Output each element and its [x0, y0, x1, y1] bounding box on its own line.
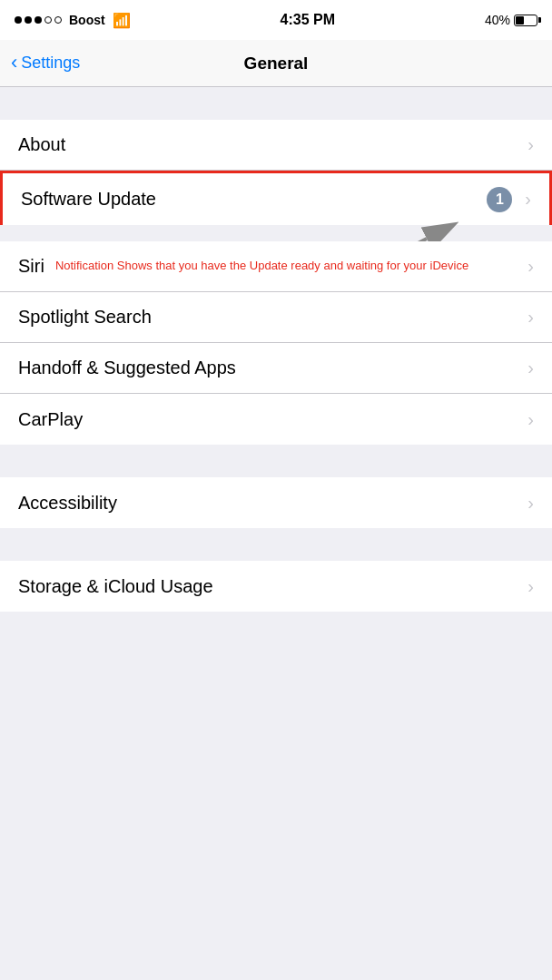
dot5	[54, 16, 62, 24]
status-right: 40%	[485, 13, 537, 27]
status-bar: Boost 📶 4:35 PM 40%	[0, 0, 552, 40]
wifi-icon: 📶	[113, 12, 131, 29]
update-badge: 1	[487, 187, 512, 212]
list-item-software-update[interactable]: Software Update 1 ›	[0, 171, 552, 225]
list-item-siri[interactable]: Siri Notification Shows that you have th…	[0, 241, 552, 292]
accessibility-label: Accessibility	[18, 493, 117, 514]
siri-label: Siri	[18, 256, 44, 277]
handoff-label: Handoff & Suggested Apps	[18, 358, 236, 378]
signal-dots	[15, 16, 62, 24]
page-title: General	[244, 54, 309, 74]
section-spacer-2	[0, 225, 552, 241]
list-item-carplay[interactable]: CarPlay ›	[0, 394, 552, 445]
section-spacer-1	[0, 87, 552, 120]
siri-chevron-icon: ›	[527, 256, 534, 277]
carrier-name: Boost	[69, 13, 105, 27]
status-left: Boost 📶	[15, 12, 131, 29]
storage-label: Storage & iCloud Usage	[18, 576, 213, 597]
battery-percent: 40%	[485, 13, 510, 27]
dot1	[15, 16, 22, 24]
section-4: Storage & iCloud Usage ›	[0, 561, 552, 612]
list-item-storage[interactable]: Storage & iCloud Usage ›	[0, 561, 552, 612]
dot4	[44, 16, 52, 24]
software-update-right: 1 ›	[487, 187, 531, 212]
battery-fill	[516, 16, 524, 24]
battery-icon	[514, 15, 537, 26]
list-item-handoff[interactable]: Handoff & Suggested Apps ›	[0, 343, 552, 394]
section-3: Accessibility ›	[0, 477, 552, 528]
section-2: Siri Notification Shows that you have th…	[0, 241, 552, 445]
handoff-chevron-icon: ›	[527, 358, 534, 378]
list-item-accessibility[interactable]: Accessibility ›	[0, 477, 552, 528]
dot3	[34, 16, 42, 24]
siri-content: Siri Notification Shows that you have th…	[18, 256, 527, 277]
dot2	[25, 16, 32, 24]
section-1: About › Software Update 1 ›	[0, 120, 552, 225]
nav-bar: ‹ Settings General	[0, 40, 552, 87]
accessibility-chevron-icon: ›	[527, 493, 534, 514]
carplay-label: CarPlay	[18, 409, 83, 430]
software-update-label: Software Update	[21, 189, 156, 210]
section-spacer-3	[0, 445, 552, 477]
back-label: Settings	[21, 54, 80, 73]
status-time: 4:35 PM	[281, 12, 335, 28]
about-chevron-icon: ›	[527, 134, 534, 155]
storage-chevron-icon: ›	[527, 576, 534, 597]
list-item-spotlight[interactable]: Spotlight Search ›	[0, 292, 552, 343]
siri-annotation-text: Notification Shows that you have the Upd…	[55, 259, 527, 274]
section-spacer-4	[0, 528, 552, 561]
spotlight-label: Spotlight Search	[18, 307, 152, 328]
spotlight-chevron-icon: ›	[527, 307, 534, 328]
carplay-chevron-icon: ›	[527, 409, 534, 430]
about-label: About	[18, 134, 65, 155]
back-chevron-icon: ‹	[11, 51, 17, 74]
back-button[interactable]: ‹ Settings	[11, 52, 80, 74]
list-item-about[interactable]: About ›	[0, 120, 552, 171]
software-update-chevron-icon: ›	[525, 189, 531, 210]
